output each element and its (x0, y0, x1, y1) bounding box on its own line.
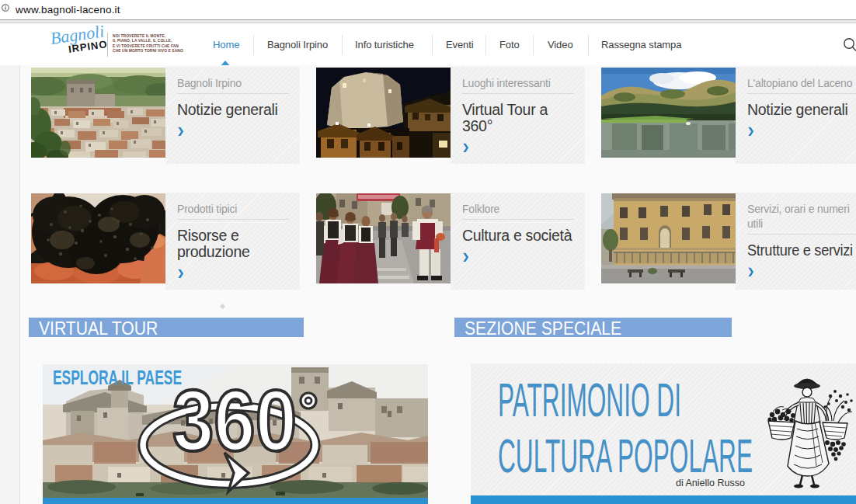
svg-text:360: 360 (172, 372, 297, 469)
svg-text:ESPLORA IL PAESE: ESPLORA IL PAESE (53, 366, 182, 389)
